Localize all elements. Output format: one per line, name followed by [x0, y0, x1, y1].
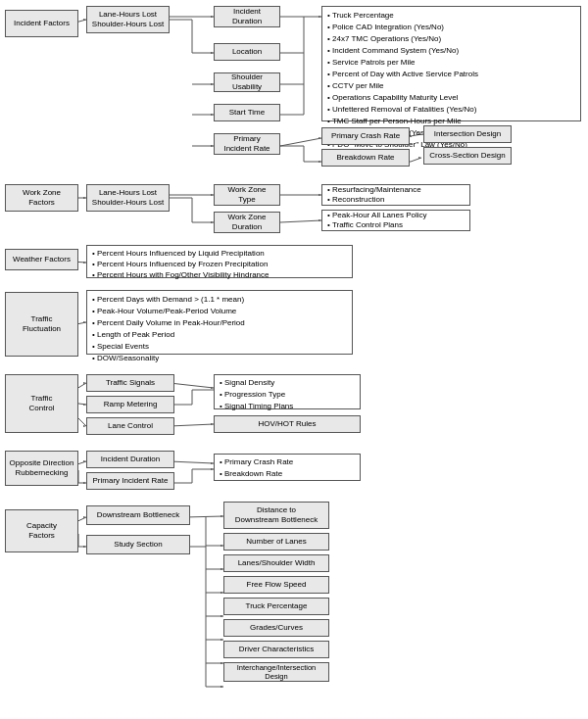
cross-section-design-box: Cross-Section Design: [423, 147, 512, 165]
lane-hours-2-box: Lane-Hours LostShoulder-Hours Lost: [86, 184, 170, 212]
traffic-signals-box: Traffic Signals: [86, 374, 174, 392]
study-section-box: Study Section: [86, 535, 190, 554]
work-zone-factors-box: Work ZoneFactors: [5, 184, 78, 212]
number-of-lanes-box: Number of Lanes: [223, 533, 329, 551]
weather-list-box: • Percent Hours Influenced by Liquid Pre…: [86, 245, 353, 278]
shoulder-usability-box: ShoulderUsability: [214, 72, 280, 92]
main-diagram: Incident Factors Lane-Hours LostShoulder…: [0, 0, 588, 719]
downstream-bottleneck-box: Downstream Bottleneck: [86, 505, 190, 525]
svg-line-44: [170, 461, 214, 463]
work-zone-duration-box: Work ZoneDuration: [214, 212, 280, 233]
lanes-shoulder-width-box: Lanes/Shoulder Width: [223, 554, 329, 572]
resurfacing-box: • Resurfacing/Maintenance• Reconstructio…: [321, 184, 470, 206]
weather-factors-box: Weather Factors: [5, 249, 78, 270]
svg-line-52: [184, 516, 223, 517]
svg-line-29: [280, 220, 321, 222]
primary-incident-rate-box: PrimaryIncident Rate: [214, 133, 280, 155]
interchange-intersection-box: Interchange/Intersection Design: [223, 662, 329, 682]
opposite-direction-box: Opposite DirectionRubbernecking: [5, 451, 78, 486]
incident-factors-box: Incident Factors: [5, 10, 78, 37]
svg-line-22: [411, 158, 421, 162]
capacity-factors-box: CapacityFactors: [5, 509, 78, 552]
lane-hours-1-box: Lane-Hours LostShoulder-Hours Lost: [86, 6, 170, 33]
location-box: Location: [214, 43, 280, 61]
distance-downstream-box: Distance toDownstream Bottleneck: [223, 502, 329, 529]
signal-list-box: • Signal Density• Progression Type• Sign…: [214, 374, 361, 409]
breakdown-rate-box: Breakdown Rate: [321, 149, 410, 167]
svg-line-39: [170, 424, 214, 426]
start-time-box: Start Time: [214, 104, 280, 121]
ramp-metering-box: Ramp Metering: [86, 396, 174, 413]
free-flow-speed-box: Free Flow Speed: [223, 576, 329, 594]
intersection-design-box: Intersection Design: [423, 125, 512, 143]
lane-control-box: Lane Control: [86, 417, 174, 435]
svg-marker-72: [418, 157, 421, 159]
hov-hot-box: HOV/HOT Rules: [214, 415, 361, 433]
svg-line-15: [280, 138, 321, 146]
traffic-fluctuation-box: TrafficFluctuation: [5, 292, 78, 357]
grades-curves-box: Grades/Curves: [223, 619, 329, 637]
incident-duration-box: IncidentDuration: [214, 6, 280, 27]
traffic-list-box: • Percent Days with Demand > (1.1 * mean…: [86, 290, 353, 355]
traffic-control-box: TrafficControl: [5, 374, 78, 433]
peak-hour-box: • Peak-Hour All Lanes Policy• Traffic Co…: [321, 210, 470, 231]
incident-duration-2-box: Incident Duration: [86, 451, 174, 468]
svg-marker-98: [220, 686, 223, 688]
primary-incident-rate-2-box: Primary Incident Rate: [86, 472, 174, 490]
svg-line-35: [170, 383, 214, 388]
primary-crash-rate-box: Primary Crash Rate: [321, 127, 410, 145]
driver-characteristics-box: Driver Characteristics: [223, 641, 329, 658]
truck-percentage-box: Truck Percentage: [223, 598, 329, 615]
svg-marker-95: [220, 615, 223, 617]
incident-factors-list: • Truck Percentage • Police CAD Integrat…: [321, 6, 581, 121]
crash-breakdown-box: • Primary Crash Rate• Breakdown Rate: [214, 454, 361, 481]
work-zone-type-box: Work ZoneType: [214, 184, 280, 206]
